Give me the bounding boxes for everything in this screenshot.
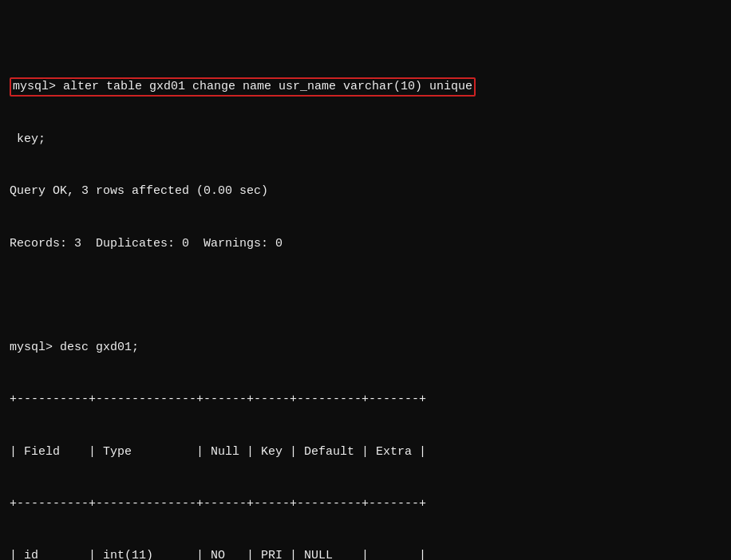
line-10: | id | int(11) | NO | PRI | NULL | | (10, 547, 721, 560)
line-01: mysql> alter table gxd01 change name usr… (10, 77, 721, 97)
terminal-window: mysql> alter table gxd01 change name usr… (10, 8, 721, 552)
line-02: key; (10, 131, 721, 148)
line-08: | Field | Type | Null | Key | Default | … (10, 444, 721, 461)
highlight-alter-table: mysql> alter table gxd01 change name usr… (10, 77, 476, 97)
line-04: Records: 3 Duplicates: 0 Warnings: 0 (10, 235, 721, 253)
line-07: +----------+--------------+------+-----+… (10, 391, 721, 408)
line-05 (10, 287, 721, 305)
line-09: +----------+--------------+------+-----+… (10, 495, 721, 513)
line-06: mysql> desc gxd01; (10, 339, 721, 357)
line-03: Query OK, 3 rows affected (0.00 sec) (10, 183, 721, 200)
